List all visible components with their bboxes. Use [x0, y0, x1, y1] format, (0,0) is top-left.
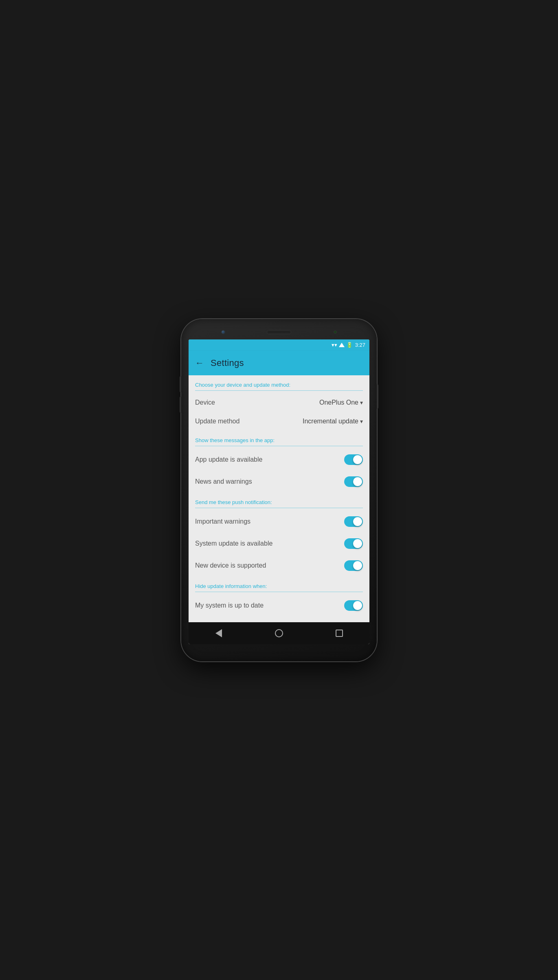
update-method-value: Incremental update — [303, 418, 358, 425]
new-device-label: New device is supported — [195, 562, 266, 569]
battery-icon: 🔋 — [346, 342, 353, 348]
device-value: OnePlus One — [319, 399, 358, 406]
status-time: 3:27 — [355, 342, 365, 348]
app-bar: ← Settings — [189, 351, 369, 375]
push-section-divider — [195, 508, 363, 508]
update-method-row: Update method Incremental update ▾ — [189, 412, 369, 431]
up-to-date-row: My system is up to date — [189, 595, 369, 617]
hide-section-header: Hide update information when: — [189, 577, 369, 595]
status-bar: ▾▾ 🔋 3:27 — [189, 339, 369, 351]
new-device-row: New device is supported — [189, 555, 369, 577]
power-button — [377, 384, 378, 409]
front-camera — [221, 330, 225, 334]
app-update-label: App update is available — [195, 456, 262, 463]
device-section-header: Choose your device and update method: — [189, 375, 369, 393]
hide-section-divider — [195, 592, 363, 592]
news-warnings-toggle[interactable] — [344, 476, 363, 487]
up-to-date-label: My system is up to date — [195, 602, 264, 609]
nav-home-icon — [275, 629, 283, 637]
volume-down-button — [180, 396, 181, 413]
important-warnings-toggle[interactable] — [344, 516, 363, 527]
volume-up-button — [180, 376, 181, 392]
update-method-dropdown[interactable]: Incremental update ▾ — [303, 418, 363, 425]
phone-top-hardware — [189, 326, 369, 338]
device-label: Device — [195, 399, 215, 406]
nav-recent-button[interactable] — [330, 624, 348, 642]
page-title: Settings — [211, 358, 244, 368]
device-section-title: Choose your device and update method: — [195, 382, 363, 388]
system-update-label: System update is available — [195, 540, 272, 547]
phone-bottom-hardware — [189, 644, 369, 654]
news-warnings-label: News and warnings — [195, 478, 252, 485]
notification-led — [334, 330, 337, 334]
update-method-label: Update method — [195, 418, 239, 425]
phone-device: ▾▾ 🔋 3:27 ← Settings Choose your device … — [181, 319, 377, 661]
important-warnings-row: Important warnings — [189, 511, 369, 533]
system-update-toggle[interactable] — [344, 538, 363, 549]
settings-content: Choose your device and update method: De… — [189, 375, 369, 622]
explanation-section-header: Explanation of update methods — [189, 617, 369, 622]
up-to-date-toggle[interactable] — [344, 600, 363, 611]
messages-section-divider — [195, 446, 363, 446]
hide-section-title: Hide update information when: — [195, 583, 363, 589]
device-dropdown-arrow: ▾ — [360, 399, 363, 406]
phone-screen: ▾▾ 🔋 3:27 ← Settings Choose your device … — [189, 339, 369, 644]
device-dropdown[interactable]: OnePlus One ▾ — [319, 399, 363, 406]
update-method-dropdown-arrow: ▾ — [360, 418, 363, 425]
nav-home-button[interactable] — [270, 624, 288, 642]
messages-section-title: Show these messages in the app: — [195, 437, 363, 443]
nav-recent-icon — [336, 630, 343, 637]
important-warnings-label: Important warnings — [195, 518, 250, 525]
push-section-title: Send me these push notification: — [195, 499, 363, 505]
news-warnings-row: News and warnings — [189, 471, 369, 493]
bottom-nav — [189, 622, 369, 644]
earpiece-speaker — [267, 330, 291, 334]
status-icons: ▾▾ 🔋 3:27 — [332, 342, 365, 348]
device-section-divider — [195, 390, 363, 391]
system-update-row: System update is available — [189, 533, 369, 555]
nav-back-button[interactable] — [210, 624, 228, 642]
app-update-row: App update is available — [189, 449, 369, 471]
device-row: Device OnePlus One ▾ — [189, 393, 369, 412]
app-update-toggle[interactable] — [344, 454, 363, 465]
push-section-header: Send me these push notification: — [189, 493, 369, 511]
back-button[interactable]: ← — [195, 358, 204, 368]
wifi-icon: ▾▾ — [332, 342, 337, 348]
new-device-toggle[interactable] — [344, 560, 363, 571]
signal-icon — [339, 343, 345, 347]
nav-back-icon — [215, 629, 222, 637]
messages-section-header: Show these messages in the app: — [189, 431, 369, 449]
